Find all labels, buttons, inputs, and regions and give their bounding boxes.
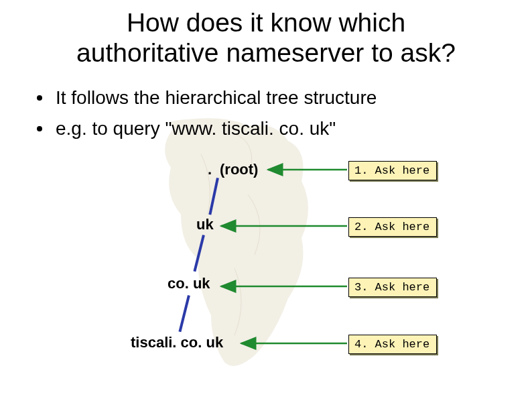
callout-step-2: 2. Ask here	[348, 217, 437, 237]
callout-step-3: 3. Ask here	[348, 278, 437, 297]
slide-title: How does it know which authoritative nam…	[0, 8, 532, 68]
bullet-text: It follows the hierarchical tree structu…	[56, 87, 377, 109]
tree-root-dot: .	[208, 161, 212, 178]
bullet-item: e.g. to query "www. tiscali. co. uk"	[37, 118, 506, 139]
tree-connector	[208, 178, 219, 215]
bullet-text: e.g. to query "www. tiscali. co. uk"	[56, 118, 336, 139]
bullet-dot-icon	[37, 95, 42, 101]
tree-connector	[178, 295, 190, 332]
slide: How does it know which authoritative nam…	[0, 0, 532, 399]
callout-step-4: 4. Ask here	[348, 335, 437, 354]
tree-root-label: (root)	[220, 161, 258, 178]
tree-node-tiscali: tiscali. co. uk	[131, 334, 223, 351]
tree-connector	[193, 235, 204, 272]
tree-node-uk: uk	[196, 216, 214, 233]
bullet-item: It follows the hierarchical tree structu…	[37, 87, 506, 109]
bullet-dot-icon	[37, 126, 42, 131]
callout-step-1: 1. Ask here	[348, 161, 437, 180]
title-line-2: authoritative nameserver to ask?	[76, 38, 456, 67]
tree-node-co-uk: co. uk	[168, 275, 210, 292]
bullet-list: It follows the hierarchical tree structu…	[37, 87, 506, 149]
title-line-1: How does it know which	[127, 8, 405, 37]
